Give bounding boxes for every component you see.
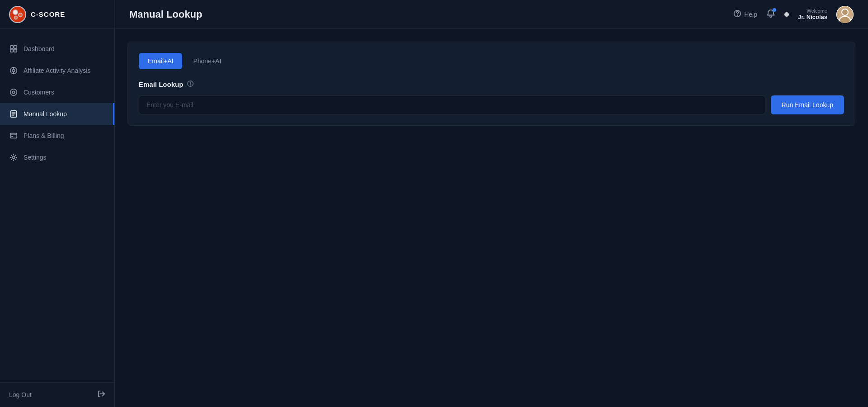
sidebar-item-label-billing: Plans & Billing: [24, 132, 64, 139]
affiliate-icon: [9, 66, 18, 75]
header: Manual Lookup Help: [115, 0, 868, 29]
svg-point-27: [840, 16, 850, 23]
sidebar-item-plans-billing[interactable]: Plans & Billing: [0, 125, 114, 147]
sidebar-item-label-settings: Settings: [24, 154, 47, 161]
dashboard-icon: [9, 44, 18, 53]
avatar: [836, 6, 854, 23]
svg-rect-18: [10, 133, 17, 138]
tab-phone-ai[interactable]: Phone+AI: [184, 53, 230, 69]
email-input[interactable]: [139, 95, 765, 114]
section-header: Email Lookup: [139, 80, 844, 88]
svg-point-13: [12, 91, 14, 93]
billing-icon: [9, 131, 18, 140]
main-content: Manual Lookup Help: [115, 0, 868, 407]
user-name: Jr. Nicolas: [798, 14, 827, 20]
sidebar-item-label-affiliate: Affiliate Activity Analysis: [24, 67, 90, 74]
lookup-card: Email+AI Phone+AI Email Lookup Run Email…: [127, 42, 855, 126]
section-title: Email Lookup: [139, 80, 183, 88]
sidebar-logo: C-SCORE: [0, 0, 114, 29]
help-button[interactable]: Help: [733, 9, 757, 19]
sidebar-item-settings[interactable]: Settings: [0, 147, 114, 168]
sidebar-item-label-manual-lookup: Manual Lookup: [24, 110, 67, 118]
svg-rect-6: [10, 49, 13, 52]
help-label: Help: [744, 11, 757, 18]
tabs-container: Email+AI Phone+AI: [139, 53, 844, 69]
manual-lookup-icon: [9, 109, 18, 118]
svg-point-2: [19, 13, 22, 17]
customers-icon: [9, 88, 18, 97]
notification-dot: [773, 8, 776, 12]
notification-button[interactable]: [766, 9, 775, 20]
info-icon[interactable]: [187, 80, 195, 88]
sidebar-nav: Dashboard Affiliate Activity Analysis: [0, 29, 114, 382]
sidebar-item-label-dashboard: Dashboard: [24, 45, 55, 52]
svg-point-24: [737, 15, 738, 16]
tab-email-ai[interactable]: Email+AI: [139, 53, 182, 69]
help-icon: [733, 9, 741, 19]
settings-icon: [9, 153, 18, 162]
svg-rect-4: [10, 46, 13, 48]
svg-point-30: [190, 82, 191, 82]
svg-rect-7: [14, 49, 17, 52]
logout-label[interactable]: Log Out: [9, 391, 32, 398]
svg-rect-5: [14, 46, 17, 48]
header-right: Help Welcome Jr. Nicolas: [733, 6, 854, 23]
svg-point-0: [9, 6, 26, 23]
sidebar-item-affiliate[interactable]: Affiliate Activity Analysis: [0, 60, 114, 81]
sidebar-item-customers[interactable]: Customers: [0, 81, 114, 103]
page-title: Manual Lookup: [129, 9, 202, 20]
sidebar-item-label-customers: Customers: [24, 89, 54, 96]
logo-icon: [9, 6, 26, 23]
svg-point-3: [14, 16, 18, 19]
sidebar-item-manual-lookup[interactable]: Manual Lookup: [0, 103, 114, 125]
sidebar-item-dashboard[interactable]: Dashboard: [0, 38, 114, 60]
run-email-lookup-button[interactable]: Run Email Lookup: [771, 95, 844, 114]
svg-point-1: [13, 10, 18, 14]
svg-point-26: [842, 9, 848, 15]
status-indicator: [784, 12, 789, 17]
welcome-text: Welcome Jr. Nicolas: [798, 8, 827, 20]
welcome-label: Welcome: [807, 8, 827, 14]
logout-icon[interactable]: [97, 390, 105, 400]
svg-point-12: [10, 89, 17, 95]
page-content: Email+AI Phone+AI Email Lookup Run Email…: [115, 29, 868, 407]
app-name: C-SCORE: [31, 10, 65, 18]
sidebar: C-SCORE Dashboard: [0, 0, 115, 407]
input-row: Run Email Lookup: [139, 95, 844, 114]
svg-point-21: [12, 156, 14, 158]
sidebar-bottom: Log Out: [0, 382, 114, 407]
